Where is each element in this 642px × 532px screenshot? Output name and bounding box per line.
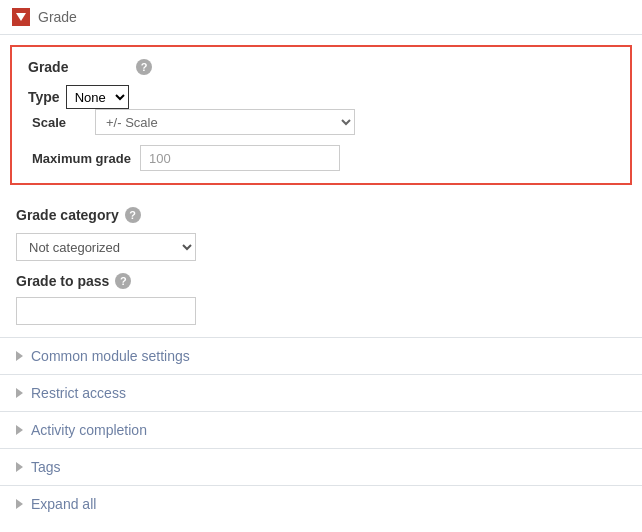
grade-to-pass-help-icon[interactable]: ? [115, 273, 131, 289]
grade-to-pass-section: Grade to pass ? [0, 269, 642, 337]
activity-completion-label: Activity completion [31, 422, 147, 438]
grade-category-title-row: Grade category ? [16, 207, 626, 223]
tags-label: Tags [31, 459, 61, 475]
grade-header: Grade [0, 0, 642, 35]
grade-category-title: Grade category [16, 207, 119, 223]
type-select[interactable]: None Value Scale Text [66, 85, 129, 109]
max-grade-row: Maximum grade [28, 145, 614, 171]
common-module-label: Common module settings [31, 348, 190, 364]
restrict-access-expand-icon [16, 388, 23, 398]
collapsible-item-common-module[interactable]: Common module settings [0, 338, 642, 375]
footer-row: Expand all [0, 486, 642, 522]
expand-all-label[interactable]: Expand all [31, 496, 96, 512]
grade-field-label: Grade [28, 59, 128, 75]
collapsible-list: Common module settings Restrict access A… [0, 337, 642, 486]
scale-row: Scale +/- Scale [28, 109, 614, 135]
page-container: Grade Grade ? Type None Value Scale Text… [0, 0, 642, 532]
grade-collapse-button[interactable] [12, 8, 30, 26]
scale-label: Scale [32, 115, 87, 130]
grade-label-row: Grade ? [28, 59, 614, 75]
grade-category-section: Grade category ? Not categorized [0, 195, 642, 269]
tags-expand-icon [16, 462, 23, 472]
max-grade-input[interactable] [140, 145, 340, 171]
grade-category-help-icon[interactable]: ? [125, 207, 141, 223]
scale-select[interactable]: +/- Scale [95, 109, 355, 135]
svg-marker-0 [16, 13, 26, 21]
restrict-access-label: Restrict access [31, 385, 126, 401]
grade-header-title: Grade [38, 9, 77, 25]
grade-to-pass-title-row: Grade to pass ? [16, 273, 626, 289]
collapsible-item-tags[interactable]: Tags [0, 449, 642, 486]
type-label: Type [28, 89, 60, 105]
grade-to-pass-input[interactable] [16, 297, 196, 325]
collapsible-item-restrict-access[interactable]: Restrict access [0, 375, 642, 412]
activity-completion-expand-icon [16, 425, 23, 435]
type-row: Type None Value Scale Text [28, 85, 614, 109]
grade-help-icon[interactable]: ? [136, 59, 152, 75]
max-grade-label: Maximum grade [32, 151, 132, 166]
grade-section-box: Grade ? Type None Value Scale Text Scale… [10, 45, 632, 185]
grade-category-select[interactable]: Not categorized [16, 233, 196, 261]
expand-all-icon [16, 499, 23, 509]
grade-to-pass-title: Grade to pass [16, 273, 109, 289]
collapsible-item-activity-completion[interactable]: Activity completion [0, 412, 642, 449]
common-module-expand-icon [16, 351, 23, 361]
